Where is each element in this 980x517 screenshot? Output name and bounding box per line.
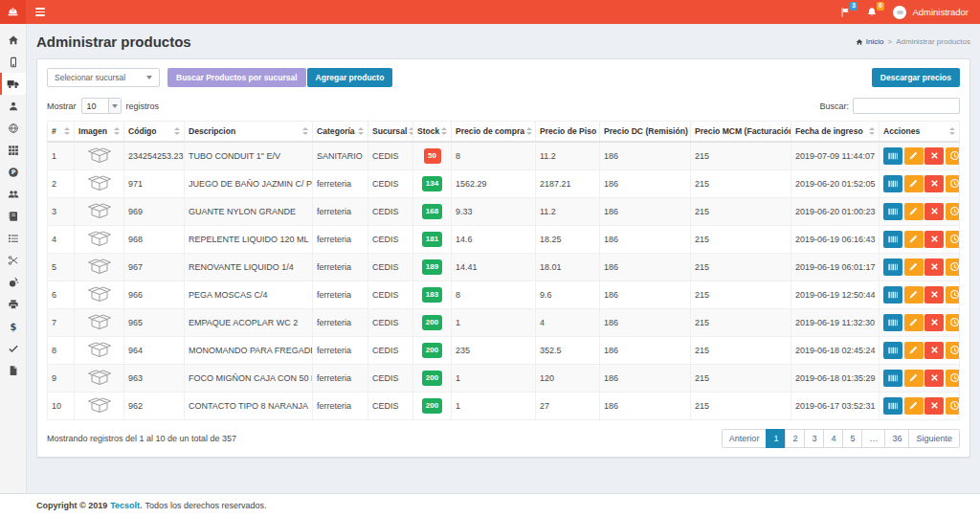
column-header-precio-dc[interactable]: Precio DC (Remisión) (600, 122, 691, 143)
barcode-button[interactable] (883, 286, 902, 303)
column-header-imagen[interactable]: Imagen (75, 122, 124, 143)
product-image[interactable] (87, 239, 112, 249)
branch-select[interactable]: Selecionar sucursal (47, 68, 160, 87)
pagination-page-5[interactable]: 5 (842, 429, 862, 448)
sidebar-item-grid[interactable] (0, 139, 26, 161)
column-header-sucursal[interactable]: Sucursal (368, 122, 413, 143)
edit-button[interactable] (904, 370, 924, 387)
barcode-button[interactable] (883, 342, 902, 359)
product-image[interactable] (87, 156, 112, 166)
tecsolt-link[interactable]: Tecsolt. (110, 501, 142, 510)
delete-button[interactable] (924, 397, 944, 415)
sidebar-item-users[interactable] (0, 183, 26, 205)
barcode-button[interactable] (883, 370, 902, 387)
column-header-categoria[interactable]: Categoría (313, 122, 368, 143)
sidebar-item-user[interactable] (0, 95, 26, 117)
barcode-button[interactable] (883, 175, 902, 192)
pagination-prev[interactable]: Anterior (722, 429, 768, 448)
column-header-precio-compra[interactable]: Precio de compra (452, 122, 536, 143)
history-button[interactable] (946, 342, 960, 359)
history-button[interactable] (946, 147, 960, 165)
product-image[interactable] (87, 295, 112, 304)
history-button[interactable] (946, 231, 960, 248)
edit-button[interactable] (904, 175, 924, 192)
sidebar-item-scissors[interactable] (0, 249, 26, 271)
product-image[interactable] (87, 184, 112, 193)
sidebar-toggle-button[interactable] (26, 0, 55, 24)
history-button[interactable] (946, 314, 960, 331)
edit-button[interactable] (904, 147, 924, 165)
sidebar-item-directory[interactable] (0, 205, 26, 227)
delete-button[interactable] (924, 342, 944, 359)
column-header-precio-piso[interactable]: Precio de Piso (536, 122, 600, 143)
product-image[interactable] (87, 267, 112, 277)
delete-button[interactable] (924, 286, 944, 303)
sidebar-item-truck[interactable] (0, 73, 26, 95)
delete-button[interactable] (924, 203, 944, 220)
delete-button[interactable] (924, 231, 944, 248)
edit-button[interactable] (904, 231, 924, 248)
edit-button[interactable] (904, 203, 924, 220)
flag-menu-button[interactable]: 3 (839, 7, 851, 18)
sidebar-item-report[interactable] (0, 359, 26, 381)
product-image[interactable] (87, 378, 112, 388)
column-header-codigo[interactable]: Código (124, 122, 185, 143)
edit-button[interactable] (904, 397, 924, 415)
history-button[interactable] (946, 258, 960, 276)
history-button[interactable] (946, 175, 960, 192)
column-header-stock[interactable]: Stock (413, 122, 452, 143)
history-button[interactable] (946, 203, 960, 220)
sidebar-item-dollar[interactable]: $ (0, 315, 26, 337)
brand-logo[interactable] (0, 0, 26, 24)
pagination-page-1[interactable]: 1 (766, 429, 786, 448)
delete-button[interactable] (924, 314, 944, 331)
notifications-button[interactable]: 0 (866, 7, 878, 18)
pagination-page-36[interactable]: 36 (884, 429, 909, 448)
delete-button[interactable] (924, 370, 944, 387)
download-prices-button[interactable]: Descargar precios (872, 68, 960, 87)
delete-button[interactable] (924, 175, 944, 192)
pagination-page-4[interactable]: 4 (823, 429, 843, 448)
edit-button[interactable] (904, 258, 924, 276)
column-header-fecha-ingreso[interactable]: Fecha de ingreso (791, 122, 880, 143)
product-image[interactable] (87, 406, 112, 416)
column-header-acciones[interactable]: Acciones (880, 122, 960, 143)
sidebar-item-home[interactable] (0, 29, 26, 51)
barcode-button[interactable] (883, 314, 902, 331)
delete-button[interactable] (924, 258, 944, 276)
product-image[interactable] (87, 323, 112, 332)
history-button[interactable] (946, 397, 960, 415)
pagination-page-3[interactable]: 3 (804, 429, 824, 448)
sidebar-item-list[interactable] (0, 227, 26, 249)
history-button[interactable] (946, 286, 960, 303)
edit-button[interactable] (904, 314, 924, 331)
pagination-page-2[interactable]: 2 (785, 429, 805, 448)
barcode-button[interactable] (883, 147, 902, 165)
search-input[interactable] (853, 98, 960, 114)
barcode-button[interactable] (883, 397, 902, 415)
column-header-descripcion[interactable]: Descripcion (185, 122, 313, 143)
sidebar-item-globe[interactable] (0, 117, 26, 139)
page-size-select[interactable]: 10 (81, 98, 122, 114)
barcode-button[interactable] (883, 231, 902, 248)
user-menu-button[interactable]: Administrador (893, 6, 969, 19)
barcode-button[interactable] (883, 258, 902, 276)
search-by-branch-button[interactable]: Buscar Productos por sucursal (167, 68, 306, 87)
breadcrumb-home-link[interactable]: Inicio (856, 37, 884, 46)
sidebar-item-check[interactable] (0, 337, 26, 359)
product-image[interactable] (87, 350, 112, 360)
edit-button[interactable] (904, 342, 924, 359)
barcode-button[interactable] (883, 203, 902, 220)
history-button[interactable] (946, 370, 960, 387)
sidebar-item-circle-p[interactable]: P (0, 161, 26, 183)
sidebar-item-print[interactable] (0, 293, 26, 315)
column-header-num[interactable]: # (48, 122, 75, 143)
delete-button[interactable] (924, 147, 944, 165)
product-image[interactable] (87, 212, 112, 221)
column-header-precio-mcm[interactable]: Precio MCM (Facturación) (691, 122, 791, 143)
add-product-button[interactable]: Agregar producto (307, 68, 393, 87)
pagination-next[interactable]: Siguiente (908, 429, 960, 448)
edit-button[interactable] (904, 286, 924, 303)
sidebar-item-tablet[interactable] (0, 51, 26, 73)
sidebar-item-ink[interactable] (0, 271, 26, 293)
